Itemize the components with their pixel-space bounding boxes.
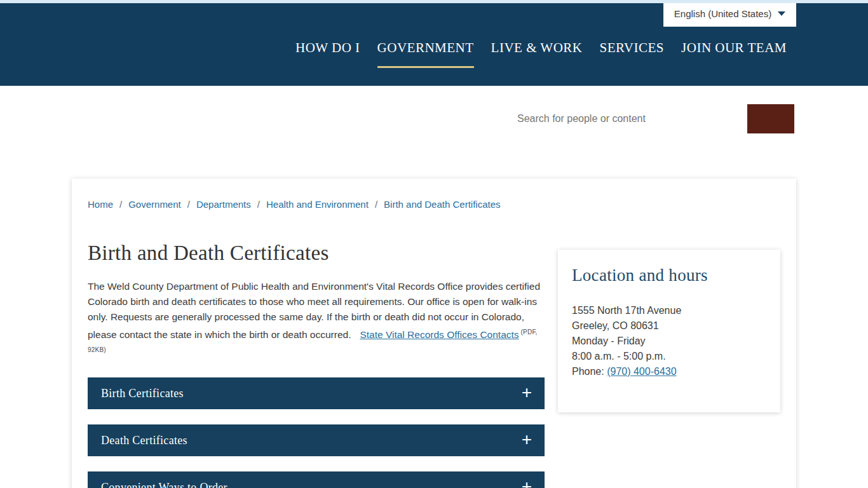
search-button[interactable] — [747, 104, 794, 133]
content-columns: Birth and Death Certificates The Weld Co… — [88, 210, 780, 488]
address-line-1: 1555 North 17th Avenue — [572, 303, 766, 318]
breadcrumb-health-and-environment[interactable]: Health and Environment — [266, 199, 369, 210]
breadcrumb-home[interactable]: Home — [88, 199, 113, 210]
phone-row: Phone: (970) 400-6430 — [572, 364, 766, 379]
accordion-header-convenient-ways-to-order[interactable]: Convenient Ways to Order + — [88, 471, 545, 488]
breadcrumb-separator: / — [257, 199, 260, 210]
open-hours: 8:00 a.m. - 5:00 p.m. — [572, 349, 766, 364]
nav-item-join-our-team[interactable]: JOIN OUR TEAM — [681, 40, 787, 68]
accordion-title: Convenient Ways to Order — [101, 481, 227, 488]
address-line-2: Greeley, CO 80631 — [572, 318, 766, 334]
nav-item-how-do-i[interactable]: HOW DO I — [295, 40, 360, 68]
nav-item-live-and-work[interactable]: LIVE & WORK — [491, 40, 583, 68]
page-title: Birth and Death Certificates — [88, 241, 545, 265]
accordion-death-certificates: Death Certificates + — [88, 424, 545, 456]
breadcrumb-government[interactable]: Government — [128, 199, 181, 210]
breadcrumb-separator: / — [375, 199, 377, 210]
plus-icon: + — [522, 384, 532, 402]
accordion-header-death-certificates[interactable]: Death Certificates + — [88, 424, 545, 456]
nav-item-services[interactable]: SERVICES — [600, 40, 665, 68]
intro-paragraph: The Weld County Department of Public Hea… — [88, 279, 540, 360]
accordion-convenient-ways-to-order: Convenient Ways to Order + — [88, 471, 545, 488]
accordion-birth-certificates: Birth Certificates + — [88, 377, 545, 409]
accordion-title: Death Certificates — [101, 434, 187, 447]
location-card-title: Location and hours — [572, 266, 766, 285]
search-input[interactable] — [515, 104, 741, 133]
phone-link[interactable]: (970) 400-6430 — [607, 366, 676, 377]
location-and-hours-card: Location and hours 1555 North 17th Avenu… — [558, 250, 780, 412]
nav-item-government[interactable]: GOVERNMENT — [377, 40, 474, 68]
plus-icon: + — [522, 478, 532, 488]
search-band — [0, 86, 868, 179]
site-header: English (United States) HOW DO I GOVERNM… — [0, 3, 868, 86]
breadcrumb-separator: / — [187, 199, 190, 210]
state-vital-records-link[interactable]: State Vital Records Offices Contacts — [360, 329, 519, 340]
open-days: Monday - Friday — [572, 334, 766, 349]
language-selector[interactable]: English (United States) — [663, 0, 796, 27]
accordion-header-birth-certificates[interactable]: Birth Certificates + — [88, 377, 545, 409]
top-accent-strip — [0, 0, 868, 3]
chevron-down-icon — [778, 11, 785, 16]
main-content: Birth and Death Certificates The Weld Co… — [88, 210, 545, 488]
page-content-card: Home/Government/Departments/Health and E… — [72, 179, 796, 488]
breadcrumb: Home/Government/Departments/Health and E… — [88, 179, 780, 210]
breadcrumb-separator: / — [119, 199, 122, 210]
language-selector-label: English (United States) — [674, 8, 771, 19]
search-row — [515, 104, 794, 133]
breadcrumb-current-page: Birth and Death Certificates — [384, 199, 500, 210]
breadcrumb-departments[interactable]: Departments — [196, 199, 251, 210]
plus-icon: + — [522, 431, 532, 449]
main-navigation: HOW DO I GOVERNMENT LIVE & WORK SERVICES… — [295, 40, 787, 68]
phone-label: Phone: — [572, 366, 604, 377]
location-details: 1555 North 17th Avenue Greeley, CO 80631… — [572, 303, 766, 379]
accordion-title: Birth Certificates — [101, 387, 184, 400]
